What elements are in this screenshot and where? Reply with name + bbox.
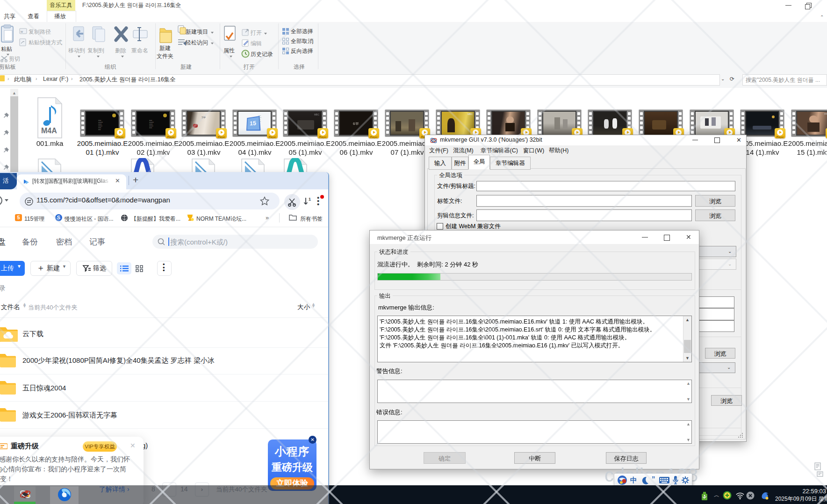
svg-text:w: w [20, 30, 23, 33]
svg-text:1: 1 [309, 197, 311, 202]
svg-text:M4A: M4A [41, 127, 57, 135]
